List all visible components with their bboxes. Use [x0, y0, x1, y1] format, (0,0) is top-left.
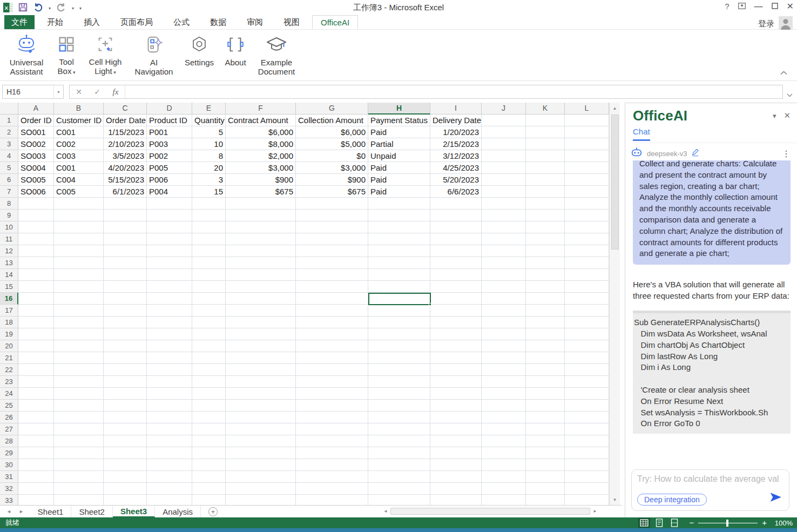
cell-J20[interactable]	[482, 340, 526, 352]
cell-H14[interactable]	[368, 269, 430, 281]
row-header-23[interactable]: 23	[0, 376, 18, 388]
cell-K18[interactable]	[526, 316, 565, 328]
row-header-5[interactable]: 5	[0, 162, 18, 174]
cell-A26[interactable]	[18, 412, 54, 423]
ribbon-tab-数据[interactable]: 数据	[202, 15, 234, 29]
cell-I8[interactable]	[430, 198, 482, 210]
cell-E25[interactable]	[192, 400, 226, 412]
row-header-18[interactable]: 18	[0, 316, 18, 328]
cell-K9[interactable]	[526, 210, 565, 221]
cell-J6[interactable]	[482, 174, 526, 186]
cell-H12[interactable]	[368, 245, 430, 257]
cell-I16[interactable]	[430, 293, 482, 305]
cell-D11[interactable]	[147, 233, 192, 245]
cell-I23[interactable]	[430, 376, 482, 388]
cell-E16[interactable]	[192, 293, 226, 305]
cell-J13[interactable]	[482, 257, 526, 269]
cell-F24[interactable]	[226, 388, 296, 400]
panel-close-icon[interactable]: ✕	[784, 111, 791, 120]
cell-H21[interactable]	[368, 352, 430, 364]
cell-A18[interactable]	[18, 316, 54, 328]
panel-menu-icon[interactable]: ⋮	[782, 149, 791, 159]
cell-E5[interactable]: 20	[192, 162, 226, 174]
row-header-17[interactable]: 17	[0, 305, 18, 316]
cell-J33[interactable]	[482, 495, 526, 505]
cell-B33[interactable]	[54, 495, 104, 505]
page-break-view-icon[interactable]	[668, 518, 680, 528]
column-header-L[interactable]: L	[565, 103, 609, 115]
cell-G18[interactable]	[296, 316, 368, 328]
cell-K1[interactable]	[526, 115, 565, 126]
cell-K12[interactable]	[526, 245, 565, 257]
cell-A17[interactable]	[18, 305, 54, 316]
cell-D26[interactable]	[147, 412, 192, 423]
cell-H2[interactable]: Paid	[368, 126, 430, 138]
cell-H8[interactable]	[368, 198, 430, 210]
cell-E21[interactable]	[192, 352, 226, 364]
cell-G24[interactable]	[296, 388, 368, 400]
cell-H9[interactable]	[368, 210, 430, 221]
cell-C22[interactable]	[104, 364, 147, 376]
cell-L4[interactable]	[565, 150, 609, 162]
cell-G30[interactable]	[296, 459, 368, 471]
cell-B24[interactable]	[54, 388, 104, 400]
cell-G23[interactable]	[296, 376, 368, 388]
cell-A6[interactable]: SO005	[18, 174, 54, 186]
new-sheet-button[interactable]: +	[208, 507, 218, 516]
cell-B9[interactable]	[54, 210, 104, 221]
cell-C15[interactable]	[104, 281, 147, 293]
cell-K5[interactable]	[526, 162, 565, 174]
cell-A7[interactable]: SO006	[18, 186, 54, 198]
ribbon-tab-文件[interactable]: 文件	[4, 15, 35, 29]
cell-H6[interactable]: Paid	[368, 174, 430, 186]
cell-J23[interactable]	[482, 376, 526, 388]
ribbon-button-example-document[interactable]: Example Document	[252, 32, 301, 78]
cell-I6[interactable]: 5/20/2023	[430, 174, 482, 186]
horizontal-scrollbar[interactable]: ◄ ►	[381, 507, 616, 516]
sheet-tab-Sheet2[interactable]: Sheet2	[71, 506, 113, 517]
cell-C2[interactable]: 1/15/2023	[104, 126, 147, 138]
cell-G25[interactable]	[296, 400, 368, 412]
cell-K4[interactable]	[526, 150, 565, 162]
cell-I14[interactable]	[430, 269, 482, 281]
cell-J2[interactable]	[482, 126, 526, 138]
cell-A23[interactable]	[18, 376, 54, 388]
cell-D20[interactable]	[147, 340, 192, 352]
cell-E11[interactable]	[192, 233, 226, 245]
column-header-E[interactable]: E	[192, 103, 226, 115]
cell-E8[interactable]	[192, 198, 226, 210]
cell-I7[interactable]: 6/6/2023	[430, 186, 482, 198]
cell-G1[interactable]: Collection Amount	[296, 115, 368, 126]
cell-J3[interactable]	[482, 138, 526, 150]
cell-C8[interactable]	[104, 198, 147, 210]
cell-J12[interactable]	[482, 245, 526, 257]
cell-D24[interactable]	[147, 388, 192, 400]
cell-H26[interactable]	[368, 412, 430, 423]
cell-L10[interactable]	[565, 221, 609, 233]
cell-G33[interactable]	[296, 495, 368, 505]
cell-C18[interactable]	[104, 316, 147, 328]
cell-F12[interactable]	[226, 245, 296, 257]
row-header-19[interactable]: 19	[0, 328, 18, 340]
cell-E32[interactable]	[192, 483, 226, 495]
cell-A33[interactable]	[18, 495, 54, 505]
row-header-8[interactable]: 8	[0, 198, 18, 210]
cell-D9[interactable]	[147, 210, 192, 221]
cell-H19[interactable]	[368, 328, 430, 340]
cell-K23[interactable]	[526, 376, 565, 388]
cell-D15[interactable]	[147, 281, 192, 293]
cell-C10[interactable]	[104, 221, 147, 233]
cell-G8[interactable]	[296, 198, 368, 210]
row-header-2[interactable]: 2	[0, 126, 18, 138]
cell-F13[interactable]	[226, 257, 296, 269]
cell-E24[interactable]	[192, 388, 226, 400]
cell-G19[interactable]	[296, 328, 368, 340]
cell-E10[interactable]	[192, 221, 226, 233]
cell-F14[interactable]	[226, 269, 296, 281]
cell-D27[interactable]	[147, 423, 192, 435]
ribbon-tab-视图[interactable]: 视图	[275, 15, 308, 29]
cell-A24[interactable]	[18, 388, 54, 400]
cell-F3[interactable]: $8,000	[226, 138, 296, 150]
cell-L9[interactable]	[565, 210, 609, 221]
cell-I22[interactable]	[430, 364, 482, 376]
